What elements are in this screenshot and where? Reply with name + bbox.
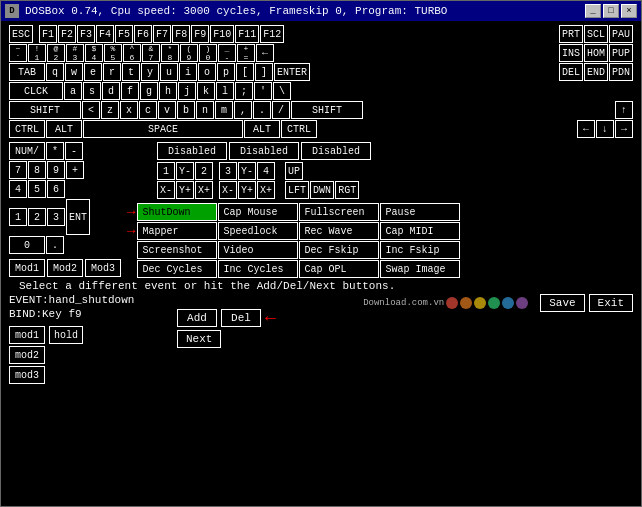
key-space[interactable]: SPACE	[83, 120, 243, 138]
key-esc[interactable]: ESC	[9, 25, 33, 43]
mapper-video[interactable]: Video	[218, 241, 298, 259]
key-f[interactable]: f	[121, 82, 139, 100]
key-f2[interactable]: F2	[58, 25, 76, 43]
mapper-recwave[interactable]: Rec Wave	[299, 222, 379, 240]
mapper-deccycles[interactable]: Dec Cycles	[137, 260, 217, 278]
key-numplus[interactable]: +	[66, 161, 84, 179]
gp-lft[interactable]: LFT	[285, 181, 309, 199]
gp-xplus1[interactable]: X+	[195, 181, 213, 199]
gp-2[interactable]: 2	[195, 162, 213, 180]
key-pau[interactable]: PAU	[609, 25, 633, 43]
mapper-capopl[interactable]: Cap OPL	[299, 260, 379, 278]
key-f3[interactable]: F3	[77, 25, 95, 43]
key-q[interactable]: q	[46, 63, 64, 81]
mapper-pause[interactable]: Pause	[380, 203, 460, 221]
key-f6[interactable]: F6	[134, 25, 152, 43]
key-f1[interactable]: F1	[39, 25, 57, 43]
key-rshift[interactable]: SHIFT	[291, 101, 363, 119]
key-enter[interactable]: ENTER	[274, 63, 310, 81]
key-j[interactable]: j	[178, 82, 196, 100]
gp-dwn[interactable]: DWN	[310, 181, 334, 199]
mapper-mapper[interactable]: Mapper	[137, 222, 217, 240]
key-del[interactable]: DEL	[559, 63, 583, 81]
key-b[interactable]: b	[177, 101, 195, 119]
key-comma[interactable]: ,	[234, 101, 252, 119]
key-num6[interactable]: 6	[47, 180, 65, 198]
gp-xminus1[interactable]: X-	[157, 181, 175, 199]
gp-4[interactable]: 4	[257, 162, 275, 180]
key-pdn[interactable]: PDN	[609, 63, 633, 81]
key-7[interactable]: &7	[142, 44, 160, 62]
key-s[interactable]: s	[83, 82, 101, 100]
key-ralt[interactable]: ALT	[244, 120, 280, 138]
next-button[interactable]: Next	[177, 330, 221, 348]
gp-rgt[interactable]: RGT	[335, 181, 359, 199]
key-arrow-left[interactable]: ←	[577, 120, 595, 138]
gp-yminus1[interactable]: Y-	[176, 162, 194, 180]
key-1[interactable]: !1	[28, 44, 46, 62]
key-num9[interactable]: 9	[47, 161, 65, 179]
key-0[interactable]: )0	[199, 44, 217, 62]
minimize-button[interactable]: _	[585, 4, 601, 18]
close-button[interactable]: ×	[621, 4, 637, 18]
key-lbracket[interactable]: [	[236, 63, 254, 81]
key-9[interactable]: (9	[180, 44, 198, 62]
key-a[interactable]: a	[64, 82, 82, 100]
mapper-screenshot[interactable]: Screenshot	[137, 241, 217, 259]
key-lshift[interactable]: SHIFT	[9, 101, 81, 119]
mapper-capmouse[interactable]: Cap Mouse	[218, 203, 298, 221]
key-f9[interactable]: F9	[191, 25, 209, 43]
mapper-shutdown[interactable]: ShutDown	[137, 203, 217, 221]
key-m[interactable]: m	[215, 101, 233, 119]
key-lctrl[interactable]: CTRL	[9, 120, 45, 138]
exit-button[interactable]: Exit	[589, 294, 633, 312]
key-x[interactable]: x	[120, 101, 138, 119]
key-backspace[interactable]: ←	[256, 44, 274, 62]
key-backslash[interactable]: \	[273, 82, 291, 100]
key-f11[interactable]: F11	[235, 25, 259, 43]
key-end[interactable]: END	[584, 63, 608, 81]
key-minus[interactable]: _-	[218, 44, 236, 62]
key-o[interactable]: o	[198, 63, 216, 81]
gp-3[interactable]: 3	[219, 162, 237, 180]
key-w[interactable]: w	[65, 63, 83, 81]
key-l[interactable]: l	[216, 82, 234, 100]
key-semicolon[interactable]: ;	[235, 82, 253, 100]
gp-xminus2[interactable]: X-	[219, 181, 237, 199]
key-f7[interactable]: F7	[153, 25, 171, 43]
key-equals[interactable]: +=	[237, 44, 255, 62]
key-arrow-up[interactable]: ↑	[615, 101, 633, 119]
key-prt[interactable]: PRT	[559, 25, 583, 43]
key-c[interactable]: c	[139, 101, 157, 119]
key-num0[interactable]: 0	[9, 236, 45, 254]
key-mod2[interactable]: Mod2	[47, 259, 83, 277]
key-v[interactable]: v	[158, 101, 176, 119]
add-button[interactable]: Add	[177, 309, 217, 327]
key-hom[interactable]: HOM	[584, 44, 608, 62]
mapper-inccycles[interactable]: Inc Cycles	[218, 260, 298, 278]
mapper-capmidi[interactable]: Cap MIDI	[380, 222, 460, 240]
key-ins[interactable]: INS	[559, 44, 583, 62]
mapper-decfskip[interactable]: Dec Fskip	[299, 241, 379, 259]
key-2[interactable]: @2	[47, 44, 65, 62]
key-k[interactable]: k	[197, 82, 215, 100]
key-arrow-down[interactable]: ↓	[596, 120, 614, 138]
key-slash[interactable]: /	[272, 101, 290, 119]
key-p[interactable]: p	[217, 63, 235, 81]
key-num3[interactable]: 3	[47, 208, 65, 226]
key-3[interactable]: #3	[66, 44, 84, 62]
key-numenter[interactable]: ENT	[66, 199, 90, 235]
key-5[interactable]: %5	[104, 44, 122, 62]
gp-yplus1[interactable]: Y+	[176, 181, 194, 199]
key-f5[interactable]: F5	[115, 25, 133, 43]
key-num7[interactable]: 7	[9, 161, 27, 179]
key-mod3[interactable]: Mod3	[85, 259, 121, 277]
del-button[interactable]: Del	[221, 309, 261, 327]
key-mod1[interactable]: Mod1	[9, 259, 45, 277]
key-numslash[interactable]: NUM/	[9, 142, 45, 160]
key-g[interactable]: g	[140, 82, 158, 100]
key-numstar[interactable]: *	[46, 142, 64, 160]
gp-yplus2[interactable]: Y+	[238, 181, 256, 199]
key-f10[interactable]: F10	[210, 25, 234, 43]
key-n[interactable]: n	[196, 101, 214, 119]
